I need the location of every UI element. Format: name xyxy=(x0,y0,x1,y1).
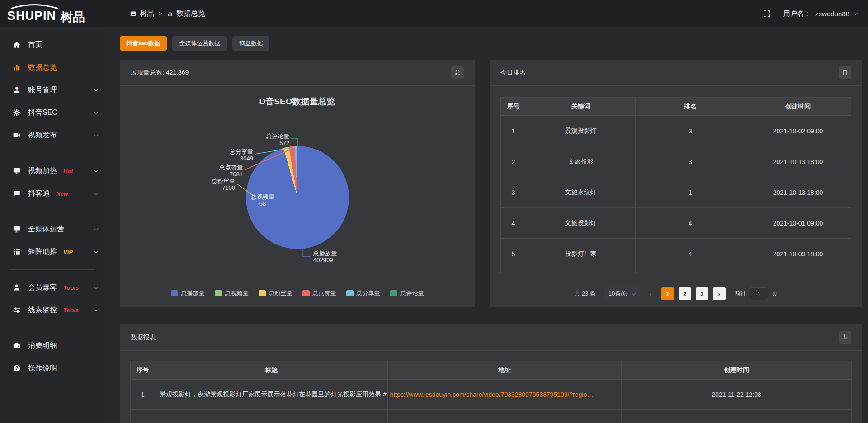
gear-icon xyxy=(13,108,21,117)
legend-label: 总视频量 xyxy=(225,289,249,297)
sidebar-item-会员爆客[interactable]: 会员爆客Tools xyxy=(0,276,104,299)
sidebar-item-首页[interactable]: 首页 xyxy=(0,33,104,56)
next-page-button[interactable]: › xyxy=(713,287,726,300)
tab-抖音seo数据[interactable]: 抖音seo数据 xyxy=(120,36,167,51)
sidebar-item-label: 会员爆客 xyxy=(28,283,57,292)
sidebar-item-全媒体运营[interactable]: 全媒体运营 xyxy=(0,218,104,240)
legend-item-总播放量[interactable]: 总播放量 xyxy=(171,289,205,297)
pie-chart-title: D音SEO数据量总览 xyxy=(120,96,475,108)
data-tabs: 抖音seo数据全媒体运营数据询盘数据 xyxy=(120,36,269,51)
chevron-down-icon xyxy=(94,226,99,230)
breadcrumb-label: 数据总览 xyxy=(176,9,205,19)
legend-label: 总点赞量 xyxy=(313,289,336,297)
page-button-3[interactable]: 3 xyxy=(696,287,708,300)
sidebar-item-视频加热[interactable]: 视频加热Hot xyxy=(0,160,104,182)
sidebar-item-数据总览[interactable]: 数据总览 xyxy=(0,56,104,79)
legend-item-总分享量[interactable]: 总分享量 xyxy=(346,289,380,297)
tab-询盘数据[interactable]: 询盘数据 xyxy=(232,36,269,51)
tab-全媒体运营数据[interactable]: 全媒体运营数据 xyxy=(172,36,227,51)
table-row-partial xyxy=(501,269,851,273)
pie-label-likes: 总点赞量7681 xyxy=(207,164,243,178)
legend-swatch xyxy=(302,290,310,296)
day-badge-button[interactable]: 日 xyxy=(839,66,851,79)
legend-item-总评论量[interactable]: 总评论量 xyxy=(390,289,424,297)
data-report-card: 数据报表 表 序号标题地址创建时间1景观投影灯，夜游景观投影灯厂家展示展示落花灯… xyxy=(120,324,862,423)
pie-label-comments: 总评论量572 xyxy=(253,133,289,146)
chevron-down-icon xyxy=(94,307,99,311)
legend-item-总粉丝量[interactable]: 总粉丝量 xyxy=(259,289,292,297)
table-cell-index: 1 xyxy=(131,380,155,410)
sidebar-item-操作说明[interactable]: ?操作说明 xyxy=(0,357,104,380)
report-table-wrap: 序号标题地址创建时间1景观投影灯，夜游景观投影灯厂家展示展示落花灯在花园里的灯光… xyxy=(130,361,852,423)
sliders-icon xyxy=(13,306,21,314)
goto-page-input[interactable] xyxy=(750,287,768,300)
app-icon xyxy=(130,10,137,17)
chevron-down-icon xyxy=(94,132,99,136)
sidebar-item-消费明细[interactable]: 消费明细 xyxy=(0,334,104,357)
column-header: 关键词 xyxy=(526,98,636,116)
table-cell: 2021-10-13 18:00 xyxy=(745,177,851,208)
prev-page-button[interactable]: ‹ xyxy=(644,287,657,300)
monitor-icon xyxy=(13,225,21,233)
fullscreen-icon[interactable] xyxy=(763,9,771,18)
sidebar-item-矩阵助推[interactable]: 矩阵助推VIP xyxy=(0,240,104,263)
breadcrumb: 树品>数据总览 xyxy=(130,0,205,27)
total-badge-button[interactable]: 总 xyxy=(451,66,464,79)
column-header: 序号 xyxy=(131,361,155,380)
logo-text-en: SHUPIN xyxy=(7,9,56,23)
page-button-2[interactable]: 2 xyxy=(679,287,691,300)
table-cell-time: 2021-11-22 12:08 xyxy=(622,380,852,410)
sidebar-item-label: 消费明细 xyxy=(28,341,57,351)
table-badge-button[interactable]: 表 xyxy=(839,331,851,344)
sidebar-item-badge: Tools xyxy=(63,307,79,314)
chart-legend: 总播放量总视频量总粉丝量总点赞量总分享量总评论量 xyxy=(120,289,475,297)
sidebar-item-线索监控[interactable]: 线索监控Tools xyxy=(0,299,104,321)
ranking-card-header: 今日排名 日 xyxy=(490,60,862,86)
sidebar-item-抖客通[interactable]: 抖客通New xyxy=(0,182,104,205)
ranking-card-title: 今日排名 xyxy=(500,69,526,77)
table-row[interactable]: 1景观投影灯，夜游景观投影灯厂家展示展示落花灯在花园里的灯光投影应用效果 #ht… xyxy=(131,380,852,410)
pagination-total: 共 23 条 xyxy=(574,290,596,298)
breadcrumb-item[interactable]: 数据总览 xyxy=(167,9,205,19)
chevron-down-icon xyxy=(94,249,99,253)
legend-item-总视频量[interactable]: 总视频量 xyxy=(215,289,249,297)
table-row[interactable]: 5投影灯厂家42021-10-09 18:00 xyxy=(501,239,851,269)
username-label: 用户名： xyxy=(783,9,811,18)
table-cell-title: 景观投影灯，夜游景观投影灯厂家展示展示落花灯在花园里的灯光投影应用效果 # xyxy=(155,380,388,410)
chat-icon xyxy=(13,189,21,197)
sidebar-item-badge: Hot xyxy=(63,168,73,174)
today-ranking-card: 今日排名 日 序号关键词排名创建时间1景观投影灯32021-10-02 09:0… xyxy=(490,60,862,307)
legend-label: 总评论量 xyxy=(401,289,424,297)
username-value[interactable]: zswodun88 xyxy=(815,10,849,18)
sidebar-item-label: 视频加热 xyxy=(28,166,57,176)
table-cell: 1 xyxy=(636,177,745,208)
app-window: SHUPIN 树品 树品>数据总览 用户名： zswodun88 首页数据总览账… xyxy=(0,0,868,423)
table-row[interactable]: 3文旅水纹灯12021-10-13 18:00 xyxy=(501,177,851,208)
table-row-partial xyxy=(131,410,852,423)
impressions-total-title: 展现量总数: 421,369 xyxy=(131,69,189,77)
chart-icon xyxy=(13,63,21,71)
video-link[interactable]: https://www.iesdouyin.com/share/video/70… xyxy=(390,391,593,398)
page-size-select[interactable]: 10条/页 xyxy=(604,287,640,300)
table-cell: 文旅水纹灯 xyxy=(526,177,636,208)
goto-suffix: 页 xyxy=(772,290,778,298)
chart-card-header: 展现量总数: 421,369 总 xyxy=(120,60,475,86)
page-button-1[interactable]: 1 xyxy=(661,287,674,300)
sidebar-item-账号管理[interactable]: 账号管理 xyxy=(0,79,104,101)
column-header: 创建时间 xyxy=(622,361,852,380)
user-icon xyxy=(13,283,21,291)
sidebar-item-label: 矩阵助推 xyxy=(28,247,57,257)
sidebar-item-视频发布[interactable]: 视频发布 xyxy=(0,124,104,146)
legend-item-总点赞量[interactable]: 总点赞量 xyxy=(302,289,336,297)
chevron-down-icon xyxy=(94,168,99,172)
chevron-down-icon xyxy=(94,109,99,114)
sidebar-item-badge: Tools xyxy=(63,284,79,291)
table-cell: 2 xyxy=(501,146,526,177)
chevron-down-icon[interactable] xyxy=(854,10,858,15)
breadcrumb-item[interactable]: 树品 xyxy=(130,9,154,19)
sidebar-item-抖音SEO[interactable]: 抖音SEO xyxy=(0,101,104,124)
table-row[interactable]: 2文旅投影32021-10-13 18:00 xyxy=(501,146,851,177)
table-row[interactable]: 4文旅投影灯42021-10-01 09:00 xyxy=(501,208,851,239)
legend-label: 总分享量 xyxy=(357,289,380,297)
table-row[interactable]: 1景观投影灯32021-10-02 09:00 xyxy=(501,116,851,146)
